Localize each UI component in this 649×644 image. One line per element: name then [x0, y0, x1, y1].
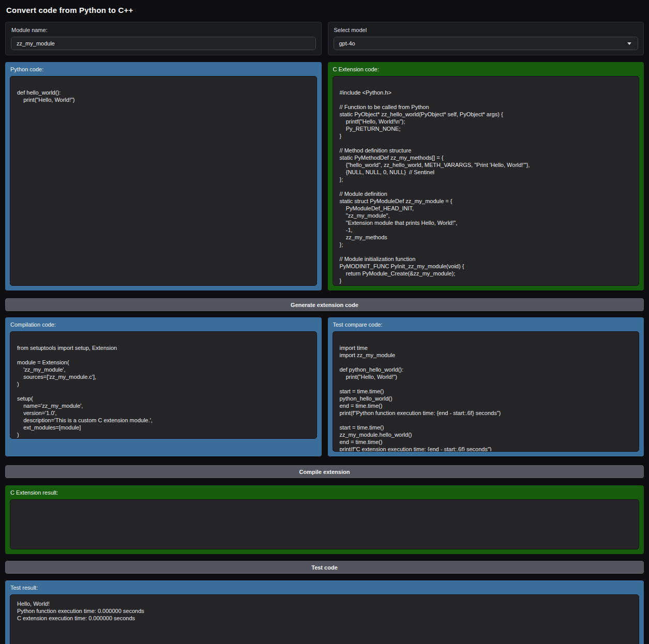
c-extension-code-editor[interactable]: #include <Python.h> // Function to be ca…	[333, 76, 640, 286]
compilation-code-editor[interactable]: from setuptools import setup, Extension …	[10, 331, 317, 439]
c-extension-result-label: C Extension result:	[10, 489, 639, 496]
model-select[interactable]: gpt-4o	[334, 37, 639, 50]
c-extension-result-output[interactable]	[10, 499, 639, 549]
module-name-label: Module name:	[11, 27, 316, 33]
code-panels-row: Python code: def hello_world(): print("H…	[5, 62, 644, 290]
test-compare-code-label: Test compare code:	[333, 321, 640, 328]
model-select-field: Select model gpt-4o	[328, 22, 644, 55]
c-extension-result-panel: C Extension result:	[5, 485, 644, 554]
test-compare-code-panel: Test compare code: import time import zz…	[328, 317, 644, 456]
compile-panels-row: Compilation code: from setuptools import…	[5, 317, 644, 456]
compile-extension-button[interactable]: Compile extension	[5, 465, 644, 478]
python-code-editor[interactable]: def hello_world(): print("Hello, World!"…	[10, 76, 317, 286]
python-code-panel: Python code: def hello_world(): print("H…	[5, 62, 322, 290]
compilation-code-panel: Compilation code: from setuptools import…	[5, 317, 322, 456]
test-compare-code-editor[interactable]: import time import zz_my_module def pyth…	[333, 331, 640, 452]
test-code-button[interactable]: Test code	[5, 561, 644, 574]
page-title: Convert code from Python to C++	[6, 6, 643, 14]
compilation-code-label: Compilation code:	[10, 321, 317, 328]
module-name-field: Module name:	[5, 22, 322, 55]
module-name-input[interactable]	[11, 37, 316, 50]
app-container: Convert code from Python to C++ Module n…	[0, 0, 649, 644]
test-result-label: Test result:	[10, 585, 639, 591]
generate-extension-code-button[interactable]: Generate extension code	[5, 298, 644, 311]
form-row: Module name: Select model gpt-4o	[5, 22, 644, 55]
test-result-output[interactable]: Hello, World! Python function execution …	[10, 594, 639, 644]
model-select-label: Select model	[334, 27, 639, 33]
c-extension-code-panel: C Extension code: #include <Python.h> //…	[328, 62, 644, 290]
chevron-down-icon	[627, 42, 631, 45]
test-result-panel: Test result: Hello, World! Python functi…	[5, 580, 644, 644]
model-select-value: gpt-4o	[339, 40, 355, 47]
python-code-label: Python code:	[10, 66, 317, 72]
c-extension-code-label: C Extension code:	[333, 66, 640, 72]
